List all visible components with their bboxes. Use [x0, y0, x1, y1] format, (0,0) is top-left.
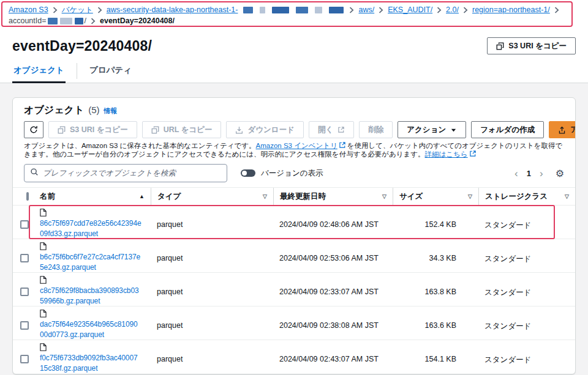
chevron-right-icon: [463, 7, 468, 13]
object-name-link[interactable]: 15c38f.gz.parquet: [40, 363, 145, 374]
breadcrumb-link[interactable]: aws-security-data-lake-ap-northeast-1-: [107, 5, 238, 15]
download-button[interactable]: ダウンロード: [226, 121, 303, 138]
sort-icon[interactable]: ▽: [263, 193, 267, 199]
info-link[interactable]: 情報: [104, 106, 118, 116]
object-name-link[interactable]: c8c75f629f8bacba390893cb03: [40, 286, 145, 296]
actions-button[interactable]: アクション: [398, 121, 466, 138]
object-type-cell: parquet: [151, 206, 273, 239]
object-name-link[interactable]: b6c75f6bc6f7e27c2ca4cf7137e: [40, 252, 145, 262]
select-all-cell: [13, 188, 34, 205]
table-header-row: 名前▲タイプ▽最終更新日時▽サイズ▽ストレージクラス▽: [13, 187, 575, 206]
breadcrumb-link[interactable]: EKS_AUDIT/: [388, 5, 432, 15]
chevron-right-icon: [91, 18, 96, 24]
file-icon: [40, 343, 47, 351]
storage-class-cell: スタンダード: [478, 206, 575, 239]
column-header-名前: 名前▲: [34, 188, 151, 205]
column-header-最終更新日時: 最終更新日時▽: [273, 188, 393, 205]
object-name-link[interactable]: 5e243.gz.parquet: [40, 262, 145, 273]
sort-icon[interactable]: ▽: [565, 193, 569, 199]
object-name-cell: 86c75f697cdd7e82e56c42394e09fd33.gz.parq…: [34, 206, 151, 239]
upload-button[interactable]: アップロード: [549, 121, 576, 138]
external-link-icon: [469, 150, 477, 157]
tab-objects[interactable]: オブジェクト: [12, 59, 66, 83]
current-page-number[interactable]: 1: [527, 169, 531, 178]
object-name-link[interactable]: f0c75f6733db9092fb3ac40007: [40, 353, 145, 363]
breadcrumb: Amazon S3バケットaws-security-data-lake-ap-n…: [0, 0, 588, 30]
object-size-cell: 34.3 KB: [393, 239, 478, 272]
breadcrumb-accountid: accountId=/: [9, 16, 86, 26]
tab-divider: [77, 63, 77, 79]
previous-page-button[interactable]: ‹: [513, 168, 519, 179]
object-name-cell: c8c75f629f8bacba390893cb0359966b.gz.parq…: [34, 273, 151, 306]
object-name-link[interactable]: 86c75f697cdd7e82e56c42394e: [40, 218, 145, 229]
breadcrumb-link[interactable]: aws/: [358, 5, 374, 15]
next-page-button[interactable]: ›: [538, 168, 545, 179]
row-checkbox[interactable]: [20, 355, 29, 363]
show-versions-toggle[interactable]: [241, 169, 255, 177]
row-checkbox-cell: [13, 273, 34, 306]
redacted-text: [272, 7, 289, 13]
chevron-right-icon: [379, 7, 383, 13]
object-type-cell: parquet: [151, 306, 273, 340]
breadcrumb-link[interactable]: region=ap-northeast-1/: [472, 5, 550, 15]
search-box: [24, 164, 227, 182]
panel-description: オブジェクトは、Amazon S3 に保存された基本的なエンティティです。Ama…: [24, 141, 564, 158]
breadcrumb-link[interactable]: 2.0/: [446, 5, 459, 15]
tab-properties[interactable]: プロパティ: [88, 59, 133, 83]
chevron-right-icon: [554, 7, 559, 13]
row-checkbox[interactable]: [20, 288, 29, 296]
show-versions-label: バージョンの表示: [261, 168, 323, 179]
object-name-link[interactable]: 59966b.gz.parquet: [40, 296, 145, 306]
redacted-text: [260, 7, 265, 13]
copy-icon: [58, 126, 66, 134]
object-size-cell: 163.8 KB: [393, 273, 478, 306]
caret-icon: [450, 127, 457, 133]
copy-s3-uri-button[interactable]: S3 URI をコピー: [48, 121, 137, 138]
object-toolbar: S3 URI をコピーURL をコピーダウンロード開く削除アクションフォルダの作…: [24, 121, 564, 138]
sort-icon[interactable]: ▽: [382, 193, 386, 199]
description-link[interactable]: 詳細はこちら: [425, 150, 468, 158]
redacted-text: [329, 7, 344, 13]
breadcrumb-link[interactable]: バケット: [62, 5, 93, 15]
objects-panel: オブジェクト (5) 情報 S3 URI をコピーURL をコピーダウンロード開…: [12, 97, 576, 374]
object-name-link[interactable]: 09fd33.gz.parquet: [40, 229, 145, 239]
object-name-cell: b6c75f6bc6f7e27c2ca4cf7137e5e243.gz.parq…: [34, 239, 151, 272]
create-folder-button[interactable]: フォルダの作成: [471, 121, 544, 138]
last-modified-cell: 2024/04/09 02:53:06 AM JST: [273, 239, 393, 272]
open-button[interactable]: 開く: [309, 121, 354, 138]
object-type-cell: parquet: [151, 340, 273, 374]
search-icon: [30, 168, 39, 179]
last-modified-cell: 2024/04/09 02:33:07 AM JST: [273, 273, 393, 306]
object-name-cell: dac75f64e923564b965c8109000d0773.gz.parq…: [34, 306, 151, 340]
breadcrumb-link[interactable]: Amazon S3: [9, 5, 48, 15]
copy-s3-uri-header-button[interactable]: S3 URI をコピー: [487, 37, 576, 54]
row-checkbox[interactable]: [20, 220, 29, 229]
object-size-cell: 152.4 KB: [393, 206, 478, 239]
row-checkbox[interactable]: [20, 254, 29, 262]
file-icon: [40, 276, 47, 284]
panel-title: オブジェクト: [24, 104, 84, 117]
column-label: 最終更新日時: [280, 191, 326, 202]
search-input[interactable]: [43, 169, 221, 177]
redacted-text: [243, 7, 253, 13]
refresh-button[interactable]: [24, 121, 43, 138]
redacted-text: [296, 7, 308, 13]
row-checkbox[interactable]: [20, 321, 29, 330]
object-name-link[interactable]: 00d0773.gz.parquet: [40, 330, 145, 340]
column-header-ストレージクラス: ストレージクラス▽: [478, 188, 575, 205]
object-name-link[interactable]: dac75f64e923564b965c81090: [40, 319, 145, 330]
table-row: c8c75f629f8bacba390893cb0359966b.gz.parq…: [13, 273, 575, 306]
description-link[interactable]: Amazon S3 インベントリ: [256, 142, 337, 149]
chevron-right-icon: [97, 7, 102, 13]
copy-url-button[interactable]: URL をコピー: [142, 121, 222, 138]
sort-icon[interactable]: ▽: [468, 193, 472, 199]
gear-icon[interactable]: ⚙: [556, 168, 564, 179]
column-label: ストレージクラス: [485, 191, 548, 202]
row-checkbox-cell: [13, 239, 34, 272]
last-modified-cell: 2024/04/09 02:38:08 AM JST: [273, 306, 393, 340]
sort-ascending-icon[interactable]: ▲: [139, 193, 145, 199]
delete-button[interactable]: 削除: [359, 121, 393, 138]
copy-icon: [151, 126, 159, 134]
select-all-checkbox[interactable]: [26, 192, 29, 201]
file-icon: [40, 242, 47, 250]
